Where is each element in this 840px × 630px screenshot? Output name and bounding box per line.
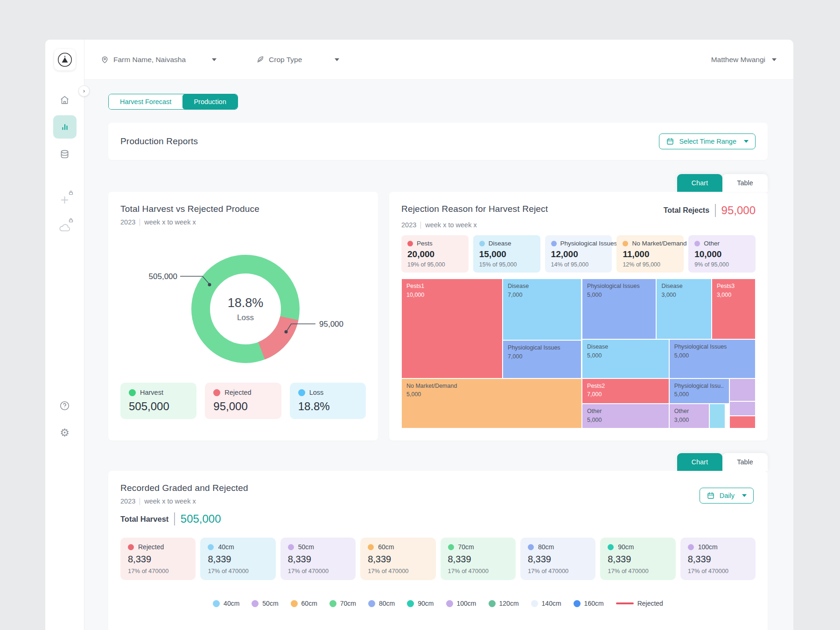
graded-rejected-panel: Recorded Graded and Rejected 2023 week x… — [108, 471, 768, 630]
legend-item: 60cm — [291, 600, 317, 607]
quill-icon — [256, 55, 265, 64]
70cm-dot-icon — [329, 600, 336, 607]
cell-value: 3,000 — [674, 417, 705, 423]
sidebar-collapse-button[interactable]: › — [78, 85, 90, 97]
treemap-cell[interactable]: Physiological Issues5,000 — [669, 339, 756, 378]
total-rejects-label: Total Rejects — [664, 206, 709, 215]
toggle-chart-tab[interactable]: Chart — [677, 174, 722, 192]
treemap-cell[interactable] — [709, 404, 725, 428]
treemap-year: 2023 — [401, 221, 416, 229]
50cm-dot-icon — [288, 544, 294, 550]
treemap-cell[interactable]: Physiological Issues5,000 — [582, 279, 656, 339]
cell-value: 3,000 — [661, 292, 706, 298]
card-label: 40cm — [218, 543, 234, 551]
main-area: Farm Name, Naivasha Crop Type Matthew Mw… — [84, 40, 793, 630]
plus-icon — [59, 194, 70, 206]
sidebar-item-settings[interactable]: ⚙ — [45, 427, 84, 438]
no-market-dot-icon — [623, 241, 628, 246]
grade-chart-legend: 40cm 50cm 60cm 70cm 80cm 90cm 100cm 120c… — [120, 600, 756, 607]
chip-value: 10,000 — [694, 249, 749, 259]
chip-label: Pests — [417, 240, 433, 247]
card-label: 50cm — [298, 543, 314, 551]
farm-selector-label: Farm Name, Naivasha — [113, 56, 186, 64]
treemap-cell[interactable]: Other3,000 — [669, 404, 710, 428]
view-toggle-row-top: Chart Table — [108, 174, 768, 192]
treemap-cell[interactable]: Pests27,000 — [582, 378, 669, 404]
sidebar-item-home[interactable] — [45, 94, 84, 106]
sidebar-item-analytics[interactable] — [53, 115, 77, 139]
treemap-cell[interactable]: Pests33,000 — [712, 279, 756, 339]
total-rejects: Total Rejects 95,000 — [664, 204, 756, 217]
cell-label: Physiological Issues — [508, 344, 576, 352]
card-value: 8,339 — [208, 554, 268, 565]
legend-item: 40cm — [213, 600, 239, 607]
treemap-cell[interactable]: Disease5,000 — [582, 339, 669, 378]
charts-row: Total Harvest vs Rejected Produce 2023 w… — [108, 192, 768, 441]
sidebar-item-help[interactable] — [45, 400, 84, 412]
user-menu[interactable]: Matthew Mwangi — [711, 56, 777, 64]
legend-item-rejected: Rejected — [616, 600, 663, 607]
toggle-table-tab[interactable]: Table — [722, 174, 768, 192]
90cm-dot-icon — [608, 544, 614, 550]
grade-card-50cm: 50cm 8,339 17% of 470000 — [280, 538, 356, 580]
lock-icon — [68, 217, 74, 223]
grade-card-60cm: 60cm 8,339 17% of 470000 — [360, 538, 435, 580]
toggle-chart-tab[interactable]: Chart — [677, 453, 722, 471]
card-label: 100cm — [698, 543, 718, 551]
card-label: 70cm — [458, 543, 474, 551]
divider — [715, 204, 716, 217]
cloud-icon — [58, 222, 71, 234]
treemap-cell[interactable]: No Market/Demand5,000 — [401, 378, 582, 428]
cell-value: 5,000 — [587, 292, 651, 298]
cell-label: Physiological Issues — [674, 343, 750, 351]
cell-value: 5,000 — [674, 391, 724, 398]
tab-harvest-forecast[interactable]: Harvest Forecast — [109, 94, 182, 109]
chip-value: 15,000 — [479, 249, 534, 259]
card-label: 60cm — [378, 543, 394, 551]
legend-item: 100cm — [446, 600, 476, 607]
card-value: 8,339 — [608, 554, 668, 565]
treemap-cell[interactable]: Pests110,000 — [401, 279, 503, 378]
treemap-cell[interactable]: Physiological Issues7,000 — [503, 340, 581, 378]
treemap-cell[interactable] — [729, 416, 756, 428]
treemap-cell[interactable] — [729, 401, 756, 416]
graded-year: 2023 — [120, 497, 135, 505]
select-time-range-button[interactable]: Select Time Range — [659, 133, 756, 149]
sidebar-item-database[interactable] — [45, 148, 84, 160]
card-share: 17% of 470000 — [288, 567, 348, 574]
treemap-cell[interactable]: Other5,000 — [582, 404, 669, 428]
view-toggle-row-bottom: Chart Table — [108, 453, 768, 471]
treemap-cell[interactable]: Disease7,000 — [503, 279, 581, 340]
treemap-cell[interactable] — [729, 378, 756, 401]
grade-card-rejected: Rejected 8,339 17% of 470000 — [120, 538, 196, 580]
forecast-production-tabs: Harvest Forecast Production — [108, 94, 238, 110]
card-label: Rejected — [138, 543, 164, 551]
card-value: 8,339 — [128, 554, 188, 565]
tab-production[interactable]: Production — [182, 94, 237, 109]
cell-value: 5,000 — [674, 352, 750, 359]
legend-label: Harvest — [140, 389, 163, 396]
legend-item: 120cm — [489, 600, 519, 607]
legend-label: Loss — [309, 389, 324, 396]
farm-selector[interactable]: Farm Name, Naivasha — [100, 55, 217, 64]
legend-item: 140cm — [531, 600, 561, 607]
cell-value: 7,000 — [508, 292, 576, 298]
treemap-cell[interactable]: Physiological Issu...5,000 — [669, 378, 729, 404]
cell-label: Physiological Issues — [587, 283, 651, 290]
period-select-button[interactable]: Daily — [700, 488, 754, 504]
bar-chart-icon — [59, 121, 70, 133]
toggle-table-tab[interactable]: Table — [722, 453, 768, 471]
chip-disease: Disease 15,000 15% of 95,000 — [473, 235, 540, 273]
graded-subtitle: 2023 week x to week x — [120, 497, 756, 505]
grade-card-40cm: 40cm 8,339 17% of 470000 — [200, 538, 275, 580]
donut-subtitle: 2023 week x to week x — [120, 218, 366, 226]
rejected-dot-icon — [213, 389, 220, 396]
loss-dot-icon — [298, 389, 305, 396]
chip-label: Physiological Issues — [560, 240, 617, 247]
harvest-vs-rejected-panel: Total Harvest vs Rejected Produce 2023 w… — [108, 192, 378, 441]
cell-label: Pests3 — [717, 283, 750, 290]
app-logo[interactable] — [54, 49, 76, 70]
treemap-cell[interactable]: Disease3,000 — [656, 279, 711, 339]
crop-selector[interactable]: Crop Type — [256, 55, 339, 64]
chip-label: Other — [704, 240, 720, 247]
